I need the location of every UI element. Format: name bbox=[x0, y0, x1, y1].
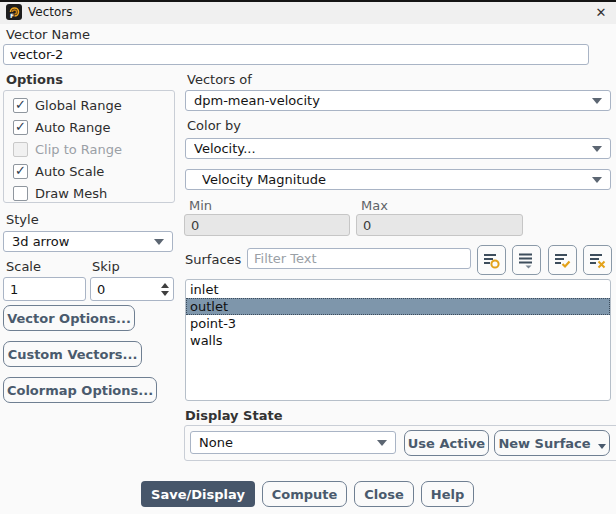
select-all-icon bbox=[553, 251, 572, 270]
custom-vectors-button[interactable]: Custom Vectors... bbox=[3, 341, 142, 367]
options-label: Options bbox=[6, 72, 63, 87]
checkbox-label: Auto Scale bbox=[35, 164, 104, 179]
checkbox-global-range[interactable]: ✓ Global Range bbox=[13, 94, 122, 116]
checkbox-box[interactable]: ✓ bbox=[13, 164, 28, 179]
surfaces-filter-input[interactable] bbox=[247, 248, 471, 269]
surface-name: outlet bbox=[190, 299, 228, 314]
color-by-category-value: Velocity... bbox=[194, 141, 256, 156]
list-item[interactable]: walls bbox=[186, 332, 610, 349]
color-by-field-value: Velocity Magnitude bbox=[202, 172, 326, 187]
close-button[interactable]: Close bbox=[354, 481, 414, 507]
skip-label: Skip bbox=[92, 259, 120, 274]
filter-matches-button[interactable] bbox=[477, 245, 506, 275]
vectors-of-dropdown[interactable]: dpm-mean-velocity bbox=[185, 90, 611, 111]
checkbox-label: Auto Range bbox=[35, 120, 111, 135]
compute-button[interactable]: Compute bbox=[262, 481, 347, 507]
chevron-down-icon bbox=[592, 177, 602, 183]
skip-stepper[interactable] bbox=[90, 277, 174, 301]
display-state-label: Display State bbox=[185, 408, 283, 423]
vector-options-button[interactable]: Vector Options... bbox=[3, 305, 135, 331]
max-field bbox=[356, 214, 523, 236]
min-label: Min bbox=[189, 198, 212, 213]
filter-highlight-icon bbox=[482, 251, 501, 270]
surface-name: point-3 bbox=[190, 316, 236, 331]
chevron-down-icon bbox=[592, 146, 602, 152]
deselect-all-icon bbox=[588, 251, 607, 270]
list-item[interactable]: point-3 bbox=[186, 315, 610, 332]
colormap-options-button[interactable]: Colormap Options... bbox=[3, 377, 157, 403]
svg-text:F: F bbox=[10, 12, 14, 19]
check-icon: ✓ bbox=[15, 120, 26, 133]
vector-name-label: Vector Name bbox=[6, 27, 90, 42]
surfaces-list[interactable]: inlet outlet point-3 walls bbox=[185, 279, 611, 401]
list-options-button[interactable] bbox=[512, 245, 541, 275]
display-state-value: None bbox=[199, 435, 233, 450]
vector-name-input[interactable] bbox=[3, 44, 589, 65]
color-by-label: Color by bbox=[187, 118, 241, 133]
scale-label: Scale bbox=[6, 259, 41, 274]
surface-name: inlet bbox=[190, 282, 219, 297]
display-state-dropdown[interactable]: None bbox=[190, 431, 396, 454]
surfaces-label: Surfaces bbox=[185, 252, 241, 267]
list-item[interactable]: outlet bbox=[186, 298, 610, 315]
vectors-of-label: Vectors of bbox=[187, 72, 252, 87]
stepper-arrows[interactable] bbox=[161, 277, 169, 301]
options-group: ✓ Global Range ✓ Auto Range ✓ Clip to Ra… bbox=[3, 90, 175, 203]
checkbox-clip-to-range: ✓ Clip to Range bbox=[13, 138, 122, 160]
new-surface-button[interactable]: New Surface bbox=[494, 430, 610, 456]
deselect-all-button[interactable] bbox=[583, 245, 612, 275]
checkbox-auto-range[interactable]: ✓ Auto Range bbox=[13, 116, 111, 138]
checkbox-box[interactable]: ✓ bbox=[13, 186, 28, 201]
checkbox-label: Draw Mesh bbox=[35, 186, 107, 201]
style-label: Style bbox=[6, 212, 39, 227]
checkbox-box[interactable]: ✓ bbox=[13, 98, 28, 113]
chevron-down-icon bbox=[598, 444, 606, 449]
surface-name: walls bbox=[190, 333, 223, 348]
checkbox-box: ✓ bbox=[13, 142, 28, 157]
check-icon: ✓ bbox=[15, 164, 26, 177]
color-by-category-dropdown[interactable]: Velocity... bbox=[185, 138, 611, 159]
color-by-field-dropdown[interactable]: Velocity Magnitude bbox=[185, 169, 611, 190]
select-all-button[interactable] bbox=[548, 245, 577, 275]
vectors-of-value: dpm-mean-velocity bbox=[194, 93, 320, 108]
list-dropdown-icon bbox=[517, 251, 536, 270]
new-surface-label: New Surface bbox=[498, 436, 590, 451]
fluent-logo-icon: F bbox=[6, 4, 22, 20]
window-title: Vectors bbox=[28, 5, 73, 19]
checkbox-auto-scale[interactable]: ✓ Auto Scale bbox=[13, 160, 104, 182]
checkbox-draw-mesh[interactable]: ✓ Draw Mesh bbox=[13, 182, 107, 204]
chevron-down-icon bbox=[377, 440, 387, 446]
list-item[interactable]: inlet bbox=[186, 281, 610, 298]
title-bar: F Vectors ✕ bbox=[0, 2, 616, 24]
checkbox-box[interactable]: ✓ bbox=[13, 120, 28, 135]
stepper-up-icon[interactable] bbox=[161, 283, 169, 288]
save-display-button[interactable]: Save/Display bbox=[141, 481, 255, 507]
checkbox-label: Global Range bbox=[35, 98, 122, 113]
style-dropdown-value: 3d arrow bbox=[12, 234, 69, 249]
chevron-down-icon bbox=[154, 239, 164, 245]
use-active-button[interactable]: Use Active bbox=[404, 430, 489, 456]
max-label: Max bbox=[361, 198, 388, 213]
checkbox-label: Clip to Range bbox=[35, 142, 122, 157]
check-icon: ✓ bbox=[15, 98, 26, 111]
help-button[interactable]: Help bbox=[421, 481, 474, 507]
stepper-down-icon[interactable] bbox=[161, 291, 169, 296]
chevron-down-icon bbox=[592, 98, 602, 104]
scale-input[interactable] bbox=[3, 277, 86, 301]
style-dropdown[interactable]: 3d arrow bbox=[3, 231, 173, 252]
close-icon[interactable]: ✕ bbox=[590, 3, 612, 22]
min-field bbox=[184, 214, 350, 236]
vectors-dialog: F Vectors ✕ Vector Name Options ✓ Global… bbox=[0, 0, 616, 514]
